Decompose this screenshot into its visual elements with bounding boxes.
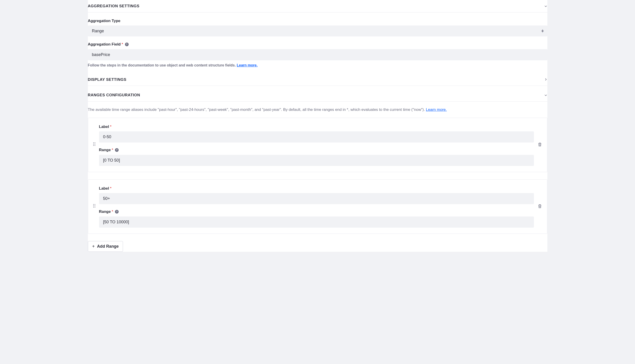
ranges-description: The available time range aliases include… [88, 102, 547, 118]
svg-point-11 [94, 207, 95, 208]
svg-point-3 [94, 144, 95, 144]
add-range-label: Add Range [97, 244, 118, 249]
ranges-config-header[interactable]: RANGES CONFIGURATION [88, 89, 547, 102]
drag-handle-icon[interactable] [92, 141, 96, 148]
svg-point-2 [93, 144, 94, 144]
aggregation-type-label: Aggregation Type [88, 18, 547, 24]
ranges-learn-more-link[interactable]: Learn more. [426, 108, 447, 112]
aggregation-settings-header[interactable]: AGGREGATION SETTINGS [88, 0, 547, 12]
aggregation-type-select[interactable]: Range [88, 26, 547, 36]
aggregation-settings-title: AGGREGATION SETTINGS [88, 3, 140, 9]
aggregation-settings-body: Aggregation Type Range Aggregation Field… [88, 12, 547, 74]
range-value-input[interactable] [99, 216, 534, 228]
required-mark: * [112, 147, 113, 153]
svg-point-10 [93, 207, 94, 208]
svg-point-7 [94, 204, 95, 205]
range-item: Label * Range * ? [88, 118, 547, 172]
ranges-config-title: RANGES CONFIGURATION [88, 92, 140, 98]
range-label-input[interactable] [99, 131, 534, 142]
drag-handle-icon[interactable] [92, 203, 96, 210]
trash-icon [538, 142, 542, 146]
display-settings-header[interactable]: DISPLAY SETTINGS [88, 74, 547, 86]
svg-point-1 [94, 142, 95, 143]
range-range-label: Range * ? [99, 147, 534, 153]
chevron-down-icon [544, 4, 547, 8]
required-mark: * [112, 209, 113, 215]
delete-range-button[interactable] [537, 141, 543, 149]
help-icon[interactable]: ? [125, 42, 129, 46]
help-icon[interactable]: ? [115, 148, 118, 152]
chevron-down-icon [544, 94, 547, 97]
required-mark: * [110, 186, 112, 192]
display-settings-title: DISPLAY SETTINGS [88, 77, 126, 83]
svg-point-5 [94, 145, 95, 146]
svg-point-6 [93, 204, 94, 205]
range-item: Label * Range * ? [88, 180, 547, 234]
plus-icon: + [92, 244, 95, 248]
range-label-label: Label * [99, 186, 534, 192]
range-label-label: Label * [99, 124, 534, 130]
add-range-button[interactable]: + Add Range [88, 241, 123, 252]
svg-point-8 [93, 206, 94, 206]
aggregation-field-help: Follow the steps in the documentation to… [88, 62, 547, 68]
required-mark: * [110, 124, 112, 130]
trash-icon [538, 204, 542, 208]
range-label-input[interactable] [99, 193, 534, 204]
delete-range-button[interactable] [537, 203, 543, 210]
help-icon[interactable]: ? [115, 210, 118, 214]
aggregation-field-input[interactable] [88, 49, 547, 60]
range-range-label: Range * ? [99, 209, 534, 215]
aggregation-field-label: Aggregation Field * ? [88, 42, 547, 47]
svg-point-9 [94, 206, 95, 206]
svg-point-4 [93, 145, 94, 146]
aggregation-learn-more-link[interactable]: Learn more. [237, 63, 258, 67]
chevron-right-icon [544, 78, 547, 81]
svg-point-0 [93, 142, 94, 143]
required-mark: * [122, 42, 123, 47]
range-value-input[interactable] [99, 155, 534, 166]
